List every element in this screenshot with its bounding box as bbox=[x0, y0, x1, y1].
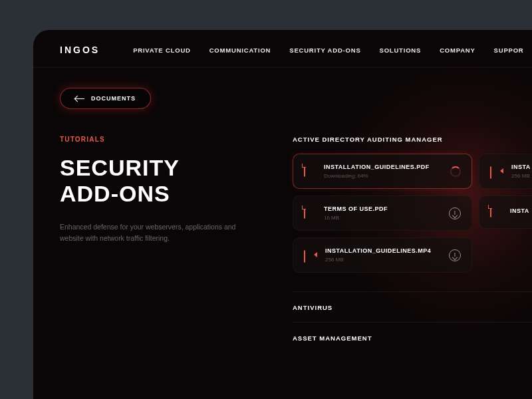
file-name: INSTA bbox=[510, 207, 531, 214]
file-name: TERMS OF USE.PDF bbox=[324, 205, 449, 212]
nav-company[interactable]: COMPANY bbox=[440, 47, 475, 54]
file-icon bbox=[304, 165, 315, 178]
title-line-1: SECURITY bbox=[60, 155, 180, 180]
nav-communication[interactable]: COMMUNICATION bbox=[209, 47, 271, 54]
columns: TUTORIALS SECURITY ADD-ONS Enhanced defe… bbox=[60, 136, 525, 352]
file-card[interactable]: INSTALLATION_GUIDELINES.MP4 256 MB bbox=[293, 237, 472, 273]
right-column: ACTIVE DIRECTORY AUDITING MANAGER INSTAL… bbox=[293, 136, 532, 352]
file-name: INSTALLATION_GUIDELINES.MP4 bbox=[325, 247, 449, 254]
back-button[interactable]: DOCUMENTS bbox=[60, 88, 151, 109]
file-card[interactable]: INSTALLATION_GUIDELINES.PDF Downloading:… bbox=[293, 154, 472, 189]
file-card-text: INSTALLATION_GUIDELINES.MP4 256 MB bbox=[325, 247, 449, 263]
file-icon bbox=[490, 205, 501, 219]
file-meta: 256 MB bbox=[511, 173, 531, 179]
file-card-text: INSTALLATION_GUIDELINES.PDF Downloading:… bbox=[324, 164, 450, 179]
file-meta: 256 MB bbox=[325, 257, 449, 263]
file-card[interactable]: INSTA 256 MB bbox=[479, 154, 532, 189]
nav-solutions[interactable]: SOLUTIONS bbox=[380, 47, 422, 54]
eyebrow-label: TUTORIALS bbox=[60, 136, 266, 143]
title-line-2: ADD-ONS bbox=[60, 181, 170, 206]
file-card-text: TERMS OF USE.PDF 16 MB bbox=[324, 205, 449, 221]
spinner-icon bbox=[450, 166, 461, 177]
file-column-b: INSTA 256 MB INSTA bbox=[479, 154, 532, 273]
file-icon bbox=[304, 207, 315, 220]
video-icon bbox=[304, 251, 316, 260]
file-column-a: INSTALLATION_GUIDELINES.PDF Downloading:… bbox=[293, 154, 472, 273]
file-meta: 16 MB bbox=[324, 215, 449, 221]
section-active-directory[interactable]: ACTIVE DIRECTORY AUDITING MANAGER bbox=[293, 136, 532, 143]
nav-private-cloud[interactable]: PRIVATE CLOUD bbox=[133, 47, 191, 54]
brand-logo[interactable]: INGOS bbox=[60, 45, 100, 55]
nav-support[interactable]: SUPPOR bbox=[494, 47, 524, 54]
nav-security-addons[interactable]: SECURITY ADD-ONS bbox=[289, 47, 360, 54]
section-antivirus[interactable]: ANTIVIRUS bbox=[293, 291, 532, 311]
arrow-left-icon bbox=[75, 98, 84, 99]
main-nav: PRIVATE CLOUD COMMUNICATION SECURITY ADD… bbox=[133, 47, 523, 54]
download-icon[interactable] bbox=[449, 249, 461, 261]
file-card-text: INSTA bbox=[510, 207, 531, 217]
download-icon[interactable] bbox=[449, 207, 461, 219]
page-description: Enhanced defense for your webservers, ap… bbox=[60, 221, 246, 244]
left-column: TUTORIALS SECURITY ADD-ONS Enhanced defe… bbox=[60, 136, 266, 352]
file-meta: Downloading: 64% bbox=[324, 173, 450, 179]
file-card[interactable]: INSTA bbox=[479, 196, 532, 229]
top-bar: INGOS PRIVATE CLOUD COMMUNICATION SECURI… bbox=[33, 30, 532, 68]
file-card-group: INSTALLATION_GUIDELINES.PDF Downloading:… bbox=[293, 154, 532, 273]
file-name: INSTALLATION_GUIDELINES.PDF bbox=[324, 164, 450, 170]
file-name: INSTA bbox=[511, 164, 531, 170]
video-icon bbox=[490, 167, 502, 176]
section-asset-management[interactable]: ASSET MANAGEMENT bbox=[293, 322, 532, 342]
app-window: INGOS PRIVATE CLOUD COMMUNICATION SECURI… bbox=[33, 30, 532, 399]
file-card-text: INSTA 256 MB bbox=[511, 164, 531, 179]
page-content: DOCUMENTS TUTORIALS SECURITY ADD-ONS Enh… bbox=[33, 68, 532, 372]
back-button-label: DOCUMENTS bbox=[91, 95, 136, 102]
file-card[interactable]: TERMS OF USE.PDF 16 MB bbox=[293, 196, 472, 231]
page-title: SECURITY ADD-ONS bbox=[60, 155, 266, 207]
